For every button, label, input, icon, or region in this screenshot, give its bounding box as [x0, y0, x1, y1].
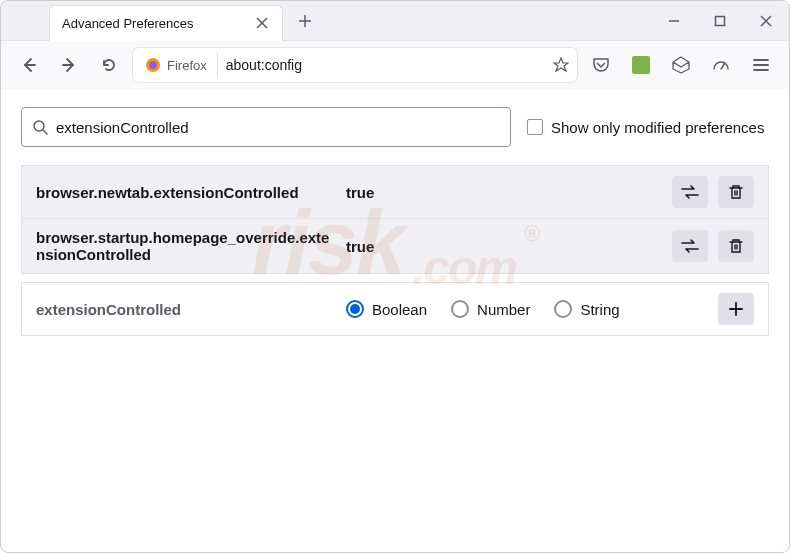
- new-pref-row: extensionControlled Boolean Number Strin…: [22, 283, 768, 335]
- checkbox-label: Show only modified preferences: [551, 119, 764, 136]
- pref-actions: [672, 176, 754, 208]
- profiler-button[interactable]: [705, 49, 737, 81]
- minimize-button[interactable]: [651, 1, 697, 41]
- toggle-icon: [681, 185, 699, 199]
- pocket-icon: [592, 56, 610, 74]
- new-tab-button[interactable]: [291, 7, 319, 35]
- account-icon: [672, 56, 690, 74]
- account-button[interactable]: [665, 49, 697, 81]
- back-button[interactable]: [13, 49, 45, 81]
- toggle-icon: [681, 239, 699, 253]
- gauge-icon: [712, 56, 730, 74]
- titlebar: Advanced Preferences: [1, 1, 789, 41]
- toggle-button[interactable]: [672, 230, 708, 262]
- svg-point-2: [149, 61, 157, 69]
- pref-value: true: [346, 184, 672, 201]
- delete-button[interactable]: [718, 230, 754, 262]
- add-button[interactable]: [718, 293, 754, 325]
- forward-button[interactable]: [53, 49, 85, 81]
- radio-label: String: [580, 301, 619, 318]
- window-controls: [651, 1, 789, 41]
- browser-tab[interactable]: Advanced Preferences: [49, 5, 283, 41]
- pref-name: browser.startup.homepage_override.extens…: [36, 229, 346, 263]
- radio-icon: [554, 300, 572, 318]
- search-row: Show only modified preferences: [21, 107, 769, 147]
- radio-boolean[interactable]: Boolean: [346, 300, 427, 318]
- new-pref-table: extensionControlled Boolean Number Strin…: [21, 282, 769, 336]
- identity-label: Firefox: [167, 58, 213, 73]
- svg-rect-0: [716, 16, 725, 25]
- radio-number[interactable]: Number: [451, 300, 530, 318]
- trash-icon: [728, 184, 744, 200]
- radio-label: Boolean: [372, 301, 427, 318]
- hamburger-icon: [752, 56, 770, 74]
- url-bar[interactable]: Firefox about:config: [133, 48, 577, 82]
- pref-actions: [718, 293, 754, 325]
- pocket-button[interactable]: [585, 49, 617, 81]
- radio-icon: [451, 300, 469, 318]
- close-window-button[interactable]: [743, 1, 789, 41]
- pref-actions: [672, 230, 754, 262]
- checkbox-icon: [527, 119, 543, 135]
- pref-row: browser.startup.homepage_override.extens…: [22, 219, 768, 273]
- close-tab-icon[interactable]: [254, 15, 270, 31]
- radio-label: Number: [477, 301, 530, 318]
- show-modified-checkbox[interactable]: Show only modified preferences: [527, 119, 764, 136]
- pref-row: browser.newtab.extensionControlled true: [22, 166, 768, 219]
- reload-button[interactable]: [93, 49, 125, 81]
- pref-value: true: [346, 238, 672, 255]
- pref-name: browser.newtab.extensionControlled: [36, 184, 346, 201]
- search-icon: [32, 119, 48, 135]
- type-radio-group: Boolean Number String: [346, 300, 718, 318]
- page-content: Show only modified preferences browser.n…: [1, 89, 789, 354]
- search-box[interactable]: [21, 107, 511, 147]
- bookmark-star-icon[interactable]: [553, 57, 569, 73]
- trash-icon: [728, 238, 744, 254]
- menu-button[interactable]: [745, 49, 777, 81]
- radio-icon: [346, 300, 364, 318]
- extension-button[interactable]: [625, 49, 657, 81]
- maximize-button[interactable]: [697, 1, 743, 41]
- new-pref-name: extensionControlled: [36, 301, 346, 318]
- delete-button[interactable]: [718, 176, 754, 208]
- search-input[interactable]: [56, 119, 500, 136]
- toggle-button[interactable]: [672, 176, 708, 208]
- url-text: about:config: [226, 57, 545, 73]
- pref-table: browser.newtab.extensionControlled true …: [21, 165, 769, 274]
- tab-title: Advanced Preferences: [62, 16, 194, 31]
- plus-icon: [728, 301, 744, 317]
- extension-icon: [632, 56, 650, 74]
- browser-toolbar: Firefox about:config: [1, 41, 789, 89]
- firefox-icon: [145, 57, 161, 73]
- radio-string[interactable]: String: [554, 300, 619, 318]
- identity-box[interactable]: Firefox: [141, 53, 218, 77]
